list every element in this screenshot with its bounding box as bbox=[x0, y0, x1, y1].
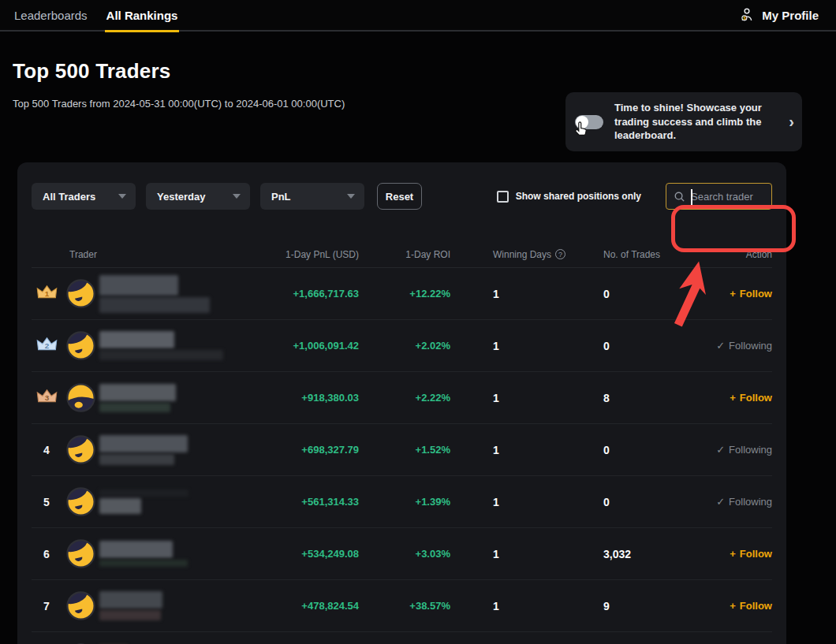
avatar-moon-icon bbox=[66, 331, 95, 360]
follow-action-button[interactable]: +Follow bbox=[706, 392, 772, 404]
rank-cell: 4 bbox=[32, 444, 62, 456]
table-row[interactable]: 1 +1,666,717.63 +12.22% 1 0 +Follow bbox=[32, 268, 772, 320]
trader-avatar[interactable] bbox=[62, 331, 99, 360]
redacted-name-bar bbox=[99, 331, 174, 348]
profile-dollar-icon: $ bbox=[738, 6, 756, 24]
metric-value: PnL bbox=[271, 191, 291, 203]
follow-action-button[interactable]: ✓Following bbox=[706, 340, 772, 352]
follow-action-button[interactable]: +Follow bbox=[706, 288, 772, 300]
trader-name-redacted bbox=[99, 384, 233, 412]
table-row[interactable]: 3 +918,380.03 +2.22% 1 8 +Follow bbox=[32, 372, 772, 424]
redacted-name-bar bbox=[99, 275, 178, 296]
table-row[interactable]: 6 +534,249.08 +3.03% 1 3,032 +Follow bbox=[32, 528, 772, 580]
col-trades: No. of Trades bbox=[592, 249, 706, 260]
pnl-value: +698,327.79 bbox=[233, 444, 359, 456]
plus-icon: + bbox=[730, 600, 736, 612]
rank-crown-icon: 3 bbox=[36, 389, 58, 405]
text-cursor bbox=[691, 189, 692, 205]
action-label: Follow bbox=[740, 600, 772, 612]
table-row[interactable]: 4 +698,327.79 +1.52% 1 0 ✓Following bbox=[32, 424, 772, 476]
chevron-right-icon[interactable]: › bbox=[789, 113, 794, 131]
svg-text:$: $ bbox=[743, 15, 746, 20]
col-pnl: 1-Day PnL (USD) bbox=[233, 249, 359, 260]
trader-type-value: All Traders bbox=[43, 191, 95, 203]
plus-icon: + bbox=[730, 392, 736, 404]
search-trader-input[interactable] bbox=[685, 191, 765, 203]
showcase-banner[interactable]: Time to shine! Showcase your trading suc… bbox=[565, 92, 802, 151]
trader-avatar[interactable] bbox=[62, 591, 99, 620]
follow-action-button[interactable]: ✓Following bbox=[706, 496, 772, 508]
reset-button[interactable]: Reset bbox=[377, 183, 422, 210]
chevron-down-icon bbox=[233, 194, 241, 199]
metric-dropdown[interactable]: PnL bbox=[260, 183, 364, 210]
filter-bar: All Traders Yesterday PnL Reset Show sha… bbox=[32, 183, 772, 210]
table-row[interactable]: 2 +1,006,091.42 +2.02% 1 0 ✓Following bbox=[32, 320, 772, 372]
trader-avatar[interactable] bbox=[62, 279, 99, 308]
rank-cell: 3 bbox=[32, 389, 62, 408]
follow-action-button[interactable]: ✓Following bbox=[706, 444, 772, 456]
redacted-name-bar bbox=[99, 350, 223, 360]
redacted-name-bar bbox=[99, 610, 161, 620]
rank-crown-icon: 1 bbox=[36, 285, 58, 301]
trades-value: 0 bbox=[592, 288, 706, 300]
tab-leaderboards[interactable]: Leaderboards bbox=[13, 0, 89, 31]
banner-text: Time to shine! Showcase your trading suc… bbox=[614, 101, 771, 143]
action-label: Following bbox=[729, 444, 772, 456]
roi-value: +38.57% bbox=[359, 600, 450, 612]
redacted-name-bar bbox=[99, 435, 188, 452]
col-roi: 1-Day ROI bbox=[359, 249, 450, 260]
rank-crown-icon: 2 bbox=[36, 337, 58, 353]
rank-cell: 6 bbox=[32, 548, 62, 560]
pnl-value: +1,666,717.63 bbox=[233, 288, 359, 300]
trader-avatar[interactable] bbox=[62, 383, 99, 412]
main-content: Top 500 Traders Top 500 Traders from 202… bbox=[0, 59, 836, 110]
shared-positions-filter[interactable]: Show shared positions only bbox=[497, 191, 641, 203]
trader-avatar[interactable] bbox=[62, 435, 99, 464]
follow-action-button[interactable]: +Follow bbox=[706, 600, 772, 612]
trader-avatar[interactable] bbox=[62, 487, 99, 516]
trades-value: 8 bbox=[592, 392, 706, 404]
winning-days-value: 1 bbox=[450, 548, 592, 560]
redacted-name-bar bbox=[99, 297, 210, 313]
leaderboard-screen: Leaderboards All Rankings $ My Profile T… bbox=[0, 0, 836, 644]
search-trader-box[interactable] bbox=[666, 183, 772, 210]
avatar-moon-icon bbox=[66, 279, 95, 308]
svg-text:1: 1 bbox=[44, 288, 49, 297]
table-body: 1 +1,666,717.63 +12.22% 1 0 +Follow 2 +1… bbox=[32, 268, 772, 644]
roi-value: +2.22% bbox=[359, 392, 450, 404]
trades-value: 0 bbox=[592, 340, 706, 352]
my-profile-label: My Profile bbox=[762, 9, 819, 22]
trader-type-dropdown[interactable]: All Traders bbox=[32, 183, 136, 210]
roi-value: +1.52% bbox=[359, 444, 450, 456]
avatar-moon-icon bbox=[66, 435, 95, 464]
plus-icon: + bbox=[730, 288, 736, 300]
rank-cell: 5 bbox=[32, 496, 62, 508]
table-row[interactable]: 8 +412,033.33 +49.40% 1 0 +Follow bbox=[32, 632, 772, 644]
table-row[interactable]: 5 +561,314.33 +1.39% 1 0 ✓Following bbox=[32, 476, 772, 528]
table-row[interactable]: 7 +478,824.54 +38.57% 1 9 +Follow bbox=[32, 580, 772, 632]
trader-avatar[interactable] bbox=[62, 539, 99, 568]
trader-name-redacted bbox=[99, 591, 233, 620]
avatar-moon-icon bbox=[66, 383, 95, 412]
check-icon: ✓ bbox=[716, 496, 725, 508]
shared-positions-checkbox[interactable] bbox=[497, 191, 509, 203]
winning-days-value: 1 bbox=[450, 340, 592, 352]
showcase-toggle[interactable] bbox=[575, 115, 603, 129]
trader-name-redacted bbox=[99, 435, 233, 465]
info-icon[interactable]: ? bbox=[555, 249, 565, 259]
hand-cursor-icon bbox=[572, 121, 589, 142]
period-value: Yesterday bbox=[157, 191, 205, 203]
redacted-name-bar bbox=[99, 560, 188, 567]
my-profile-button[interactable]: $ My Profile bbox=[738, 6, 819, 24]
trades-value: 9 bbox=[592, 600, 706, 612]
trades-value: 3,032 bbox=[592, 548, 706, 560]
col-action: Action bbox=[706, 249, 772, 260]
follow-action-button[interactable]: +Follow bbox=[706, 548, 772, 560]
tab-all-rankings[interactable]: All Rankings bbox=[105, 0, 180, 31]
period-dropdown[interactable]: Yesterday bbox=[146, 183, 250, 210]
pnl-value: +918,380.03 bbox=[233, 392, 359, 404]
leaderboard-card: All Traders Yesterday PnL Reset Show sha… bbox=[17, 162, 786, 644]
action-label: Follow bbox=[740, 392, 772, 404]
nav-tabs: Leaderboards All Rankings bbox=[13, 0, 179, 31]
col-trader: Trader bbox=[62, 249, 99, 260]
